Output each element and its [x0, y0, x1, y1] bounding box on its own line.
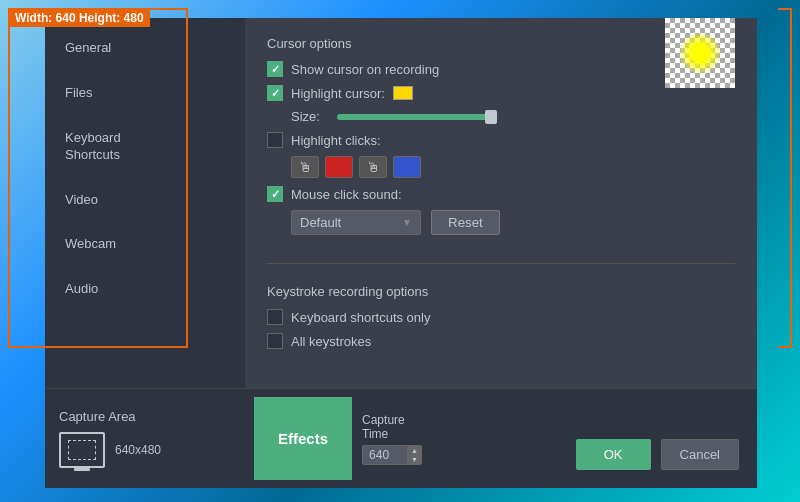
keyboard-shortcuts-only-row: Keyboard shortcuts only: [267, 309, 735, 325]
right-bracket: [778, 8, 792, 348]
click-buttons-row: 🖱 🖱: [291, 156, 735, 178]
highlight-cursor-checkbox[interactable]: ✓: [267, 85, 283, 101]
keyboard-shortcuts-only-checkbox[interactable]: [267, 309, 283, 325]
right-click-button[interactable]: 🖱: [359, 156, 387, 178]
effects-tab[interactable]: Effects: [254, 397, 352, 480]
red-click-button[interactable]: [325, 156, 353, 178]
all-keystrokes-label: All keystrokes: [291, 334, 371, 349]
bottom-bar: Capture Area 640x480 Effects Capture Tim…: [45, 388, 757, 488]
highlight-clicks-label: Highlight clicks:: [291, 133, 381, 148]
spinner-down[interactable]: ▼: [408, 455, 421, 464]
show-cursor-checkbox[interactable]: ✓: [267, 61, 283, 77]
highlight-cursor-row: ✓ Highlight cursor:: [267, 85, 735, 101]
slider-thumb: [485, 110, 497, 124]
reset-button[interactable]: Reset: [431, 210, 500, 235]
keyboard-shortcuts-only-label: Keyboard shortcuts only: [291, 310, 430, 325]
blue-click-button[interactable]: [393, 156, 421, 178]
mouse-click-sound-row: ✓ Mouse click sound:: [267, 186, 735, 202]
highlight-cursor-label: Highlight cursor:: [291, 86, 385, 101]
keystroke-options-section: Keystroke recording options Keyboard sho…: [267, 284, 735, 357]
capture-time-input[interactable]: 640 ▲ ▼: [362, 445, 422, 465]
keystroke-section-title: Keystroke recording options: [267, 284, 735, 299]
cursor-options-section: Cursor options ✓ Show cursor on recordin…: [267, 36, 735, 243]
cursor-preview: [665, 18, 735, 88]
main-content: Cursor options ✓ Show cursor on recordin…: [245, 18, 757, 388]
screen-icon: [59, 432, 105, 468]
mouse-click-sound-label: Mouse click sound:: [291, 187, 402, 202]
mouse-click-sound-checkbox[interactable]: ✓: [267, 186, 283, 202]
size-label: Size:: [291, 109, 327, 124]
sound-dropdown[interactable]: Default ▼: [291, 210, 421, 235]
size-slider[interactable]: [337, 114, 497, 120]
capture-time-section: Capture Time 640 ▲ ▼: [362, 413, 422, 465]
sound-dropdown-value: Default: [300, 215, 341, 230]
capture-area-bottom: 640x480: [59, 432, 254, 468]
sound-dropdown-row: Default ▼ Reset: [291, 210, 735, 235]
size-slider-row: Size:: [291, 109, 735, 124]
all-keystrokes-row: All keystrokes: [267, 333, 735, 349]
all-keystrokes-checkbox[interactable]: [267, 333, 283, 349]
section-divider: [267, 263, 735, 264]
spinner-arrows: ▲ ▼: [407, 446, 421, 464]
highlight-clicks-checkbox[interactable]: [267, 132, 283, 148]
screen-inner: [68, 440, 96, 460]
dimension-label: Width: 640 Height: 480: [9, 9, 150, 27]
highlight-color-swatch[interactable]: [393, 86, 413, 100]
capture-time-value: 640: [363, 446, 407, 464]
capture-size-label: 640x480: [115, 443, 161, 457]
capture-area-label: Capture Area: [59, 409, 254, 424]
ok-button[interactable]: OK: [576, 439, 651, 470]
capture-area-preview: Width: 640 Height: 480: [8, 8, 188, 348]
cancel-button[interactable]: Cancel: [661, 439, 739, 470]
dropdown-arrow-icon: ▼: [402, 217, 412, 228]
footer-buttons: OK Cancel: [576, 439, 739, 470]
capture-area-section: Capture Area 640x480: [59, 409, 254, 468]
cursor-glow: [680, 33, 720, 73]
left-click-button[interactable]: 🖱: [291, 156, 319, 178]
capture-time-label: Capture Time: [362, 413, 422, 441]
highlight-clicks-row: Highlight clicks:: [267, 132, 735, 148]
spinner-up[interactable]: ▲: [408, 446, 421, 455]
show-cursor-label: Show cursor on recording: [291, 62, 439, 77]
